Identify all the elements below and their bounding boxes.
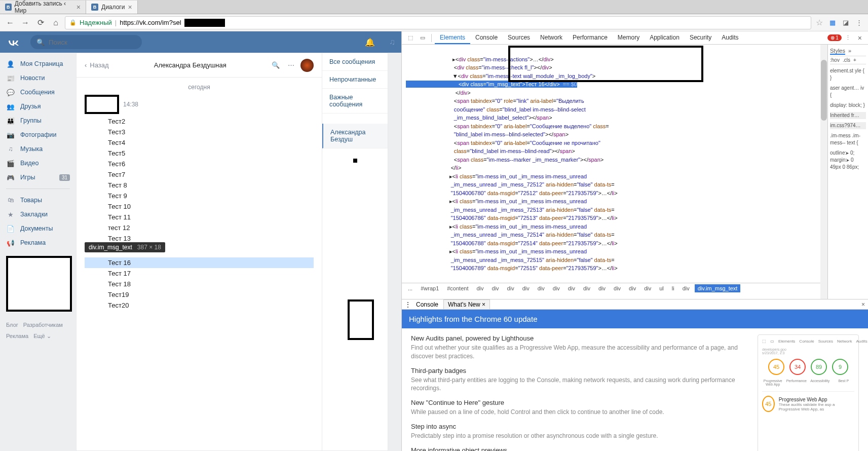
menu-icon[interactable]: ⋮ xyxy=(843,32,854,44)
message-item[interactable]: Тест 16 xyxy=(85,257,314,268)
devtools-tab[interactable]: Application xyxy=(645,32,685,44)
sidebar-item[interactable]: ♫Музыка xyxy=(0,142,76,156)
more-icon[interactable]: ⋯ xyxy=(288,61,294,69)
breadcrumb-item[interactable]: div xyxy=(535,284,548,292)
filter-unread[interactable]: Непрочитанные xyxy=(322,71,388,89)
sidebar-item[interactable]: ★Закладки xyxy=(0,207,76,221)
menu-icon[interactable]: ⋮ xyxy=(854,18,864,28)
extension-icon[interactable]: ▦ xyxy=(827,18,838,28)
notifications-icon[interactable]: 🔔 xyxy=(365,37,375,47)
close-icon[interactable]: × xyxy=(861,301,865,308)
breadcrumb-item[interactable]: div xyxy=(473,284,486,292)
message-item[interactable]: Тест 11 xyxy=(85,212,314,222)
footer-link[interactable]: Блог xyxy=(6,322,18,328)
address-bar[interactable]: 🔒 Надежный | https://vk.com/im?sel xyxy=(65,16,811,29)
forward-button[interactable]: → xyxy=(19,17,31,29)
breadcrumb-item[interactable]: div xyxy=(580,284,593,292)
chat-item[interactable]: Александра Бездуш xyxy=(322,124,388,148)
home-button[interactable]: ⌂ xyxy=(50,17,62,29)
cls-toggle[interactable]: .cls xyxy=(843,57,850,63)
styles-tab[interactable]: Styles xyxy=(830,48,845,55)
message-item[interactable]: Тест 9 xyxy=(85,191,314,201)
message-item[interactable]: Тест7 xyxy=(85,169,314,180)
devtools-tab[interactable]: Console xyxy=(470,32,503,44)
sidebar-item[interactable]: 👥Друзья xyxy=(0,99,76,114)
devtools-tab[interactable]: Performance xyxy=(568,32,613,44)
devtools-tab[interactable]: Memory xyxy=(613,32,645,44)
vk-logo-icon[interactable] xyxy=(6,34,21,50)
close-icon[interactable]: × xyxy=(77,3,81,11)
inspect-icon[interactable]: ⬚ xyxy=(405,32,416,44)
hov-toggle[interactable]: :hov xyxy=(830,57,840,63)
sidebar-item[interactable]: 📢Реклама xyxy=(0,236,76,250)
message-item[interactable]: Тест6 xyxy=(85,159,314,169)
message-item[interactable]: Тест5 xyxy=(85,148,314,159)
footer-link[interactable]: Ещё ⌄ xyxy=(33,333,51,340)
back-button[interactable]: ← xyxy=(4,17,16,29)
search-box[interactable]: 🔍 xyxy=(30,35,142,49)
devtools-tab[interactable]: Sources xyxy=(503,32,535,44)
search-icon[interactable]: 🔍 xyxy=(272,61,280,69)
menu-icon[interactable]: ⋮ xyxy=(405,301,411,308)
devtools-tab[interactable]: Security xyxy=(685,32,716,44)
filter-important[interactable]: Важные сообщения xyxy=(322,89,388,114)
sidebar-item[interactable]: 🎮Игры31 xyxy=(0,170,76,184)
drawer-tab-console[interactable]: Console xyxy=(412,300,442,309)
close-icon[interactable]: × xyxy=(858,34,862,42)
breadcrumb-item[interactable]: ul xyxy=(656,284,667,292)
message-item[interactable]: Тест 18 xyxy=(85,279,314,289)
message-item[interactable]: Тест4 xyxy=(85,137,314,148)
browser-tab[interactable]: B Диалоги × xyxy=(86,1,138,14)
breadcrumb-item[interactable]: div xyxy=(611,284,624,292)
breadcrumb-item[interactable]: div xyxy=(595,284,609,292)
footer-link[interactable]: Разработчикам xyxy=(23,322,63,328)
message-item[interactable]: Тест20 xyxy=(85,300,314,311)
breadcrumb[interactable]: ...#wrap1#contentdivdivdivdivdivdivdivdi… xyxy=(402,283,827,293)
footer-link[interactable]: Реклама xyxy=(6,333,28,340)
filter-all[interactable]: Все сообщения xyxy=(322,53,388,71)
message-item[interactable]: Тест19 xyxy=(85,289,314,300)
back-button[interactable]: ‹ Назад xyxy=(85,61,109,69)
elements-tree[interactable]: ▸<div class="im-mess--actions">…</div> <… xyxy=(402,45,827,299)
browser-tab[interactable]: B Добавить запись ‹ Мир × xyxy=(0,1,86,14)
error-badge[interactable]: ⊗ 1 xyxy=(827,34,842,41)
extension-icon[interactable]: ◪ xyxy=(841,18,851,28)
sidebar-item[interactable]: 💬Сообщения xyxy=(0,85,76,99)
close-icon[interactable]: × xyxy=(482,301,485,308)
device-icon[interactable]: ▭ xyxy=(417,32,428,44)
breadcrumb-item[interactable]: div xyxy=(504,284,517,292)
search-input[interactable] xyxy=(49,39,136,46)
add-icon[interactable]: + xyxy=(853,57,856,63)
chevron-right-icon[interactable]: » xyxy=(848,48,851,55)
message-item[interactable]: Тест 8 xyxy=(85,180,314,191)
breadcrumb-item[interactable]: div xyxy=(565,284,578,292)
sidebar-item[interactable]: 📄Документы xyxy=(0,221,76,236)
drawer-tab-whatsnew[interactable]: What's New × xyxy=(443,299,490,309)
breadcrumb-item[interactable]: div xyxy=(489,284,502,292)
chat-body[interactable]: сегодня 14:38 Тест2Тест3Тест4Тест5Тест6Т… xyxy=(77,78,322,450)
message-item[interactable]: тест 12 xyxy=(85,222,314,233)
music-icon[interactable]: ♫ xyxy=(389,37,395,47)
sidebar-item[interactable]: 👤Моя Страница xyxy=(0,57,76,71)
breadcrumb-item[interactable]: #content xyxy=(444,284,471,292)
close-icon[interactable]: × xyxy=(128,3,132,11)
styles-panel[interactable]: Styles » :hov .cls + element.st yle { }a… xyxy=(827,45,868,299)
devtools-tab[interactable]: Network xyxy=(535,32,568,44)
breadcrumb-item[interactable]: div xyxy=(626,284,639,292)
reload-button[interactable]: ⟳ xyxy=(34,17,47,29)
sidebar-item[interactable]: 🛍Товары xyxy=(0,193,76,207)
breadcrumb-item[interactable]: div.im_msg_text xyxy=(695,284,741,292)
breadcrumb-item[interactable]: div xyxy=(519,284,533,292)
avatar[interactable] xyxy=(300,59,314,72)
message-item[interactable]: Тест3 xyxy=(85,127,314,137)
sidebar-item[interactable]: 📷Фотографии xyxy=(0,128,76,142)
scrollbar[interactable] xyxy=(820,45,827,299)
breadcrumb-item[interactable]: div xyxy=(641,284,654,292)
sidebar-item[interactable]: 📰Новости xyxy=(0,71,76,85)
message-item[interactable]: Тест 10 xyxy=(85,201,314,212)
breadcrumb-item[interactable]: div xyxy=(680,284,693,292)
bookmark-icon[interactable]: ☆ xyxy=(814,18,824,28)
message-item[interactable]: Тест 17 xyxy=(85,268,314,279)
breadcrumb-item[interactable]: ... xyxy=(405,284,416,292)
breadcrumb-item[interactable]: div xyxy=(550,284,563,292)
